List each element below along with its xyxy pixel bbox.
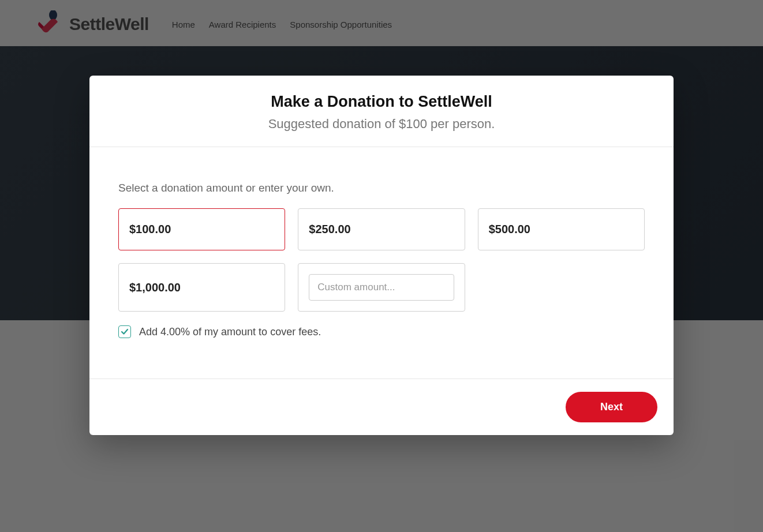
custom-amount-input[interactable] (309, 274, 454, 301)
modal-footer: Next (89, 379, 674, 435)
fee-checkbox[interactable] (118, 325, 131, 338)
custom-amount-option[interactable] (298, 263, 465, 312)
fee-label: Add 4.00% of my amount to cover fees. (139, 326, 321, 338)
check-icon (121, 328, 129, 336)
instruction-text: Select a donation amount or enter your o… (118, 182, 645, 194)
amount-options-grid: $100.00 $250.00 $500.00 $1,000.00 (118, 208, 645, 312)
modal-header: Make a Donation to SettleWell Suggested … (89, 76, 674, 147)
modal-body: Select a donation amount or enter your o… (89, 147, 674, 379)
amount-option-500[interactable]: $500.00 (478, 208, 645, 250)
amount-option-1000[interactable]: $1,000.00 (118, 263, 285, 312)
amount-option-250[interactable]: $250.00 (298, 208, 465, 250)
fee-coverage-row: Add 4.00% of my amount to cover fees. (118, 325, 645, 338)
amount-option-100[interactable]: $100.00 (118, 208, 285, 250)
modal-title: Make a Donation to SettleWell (113, 93, 650, 111)
next-button[interactable]: Next (566, 392, 657, 422)
modal-subtitle: Suggested donation of $100 per person. (113, 117, 650, 132)
donation-modal: Make a Donation to SettleWell Suggested … (89, 76, 674, 435)
